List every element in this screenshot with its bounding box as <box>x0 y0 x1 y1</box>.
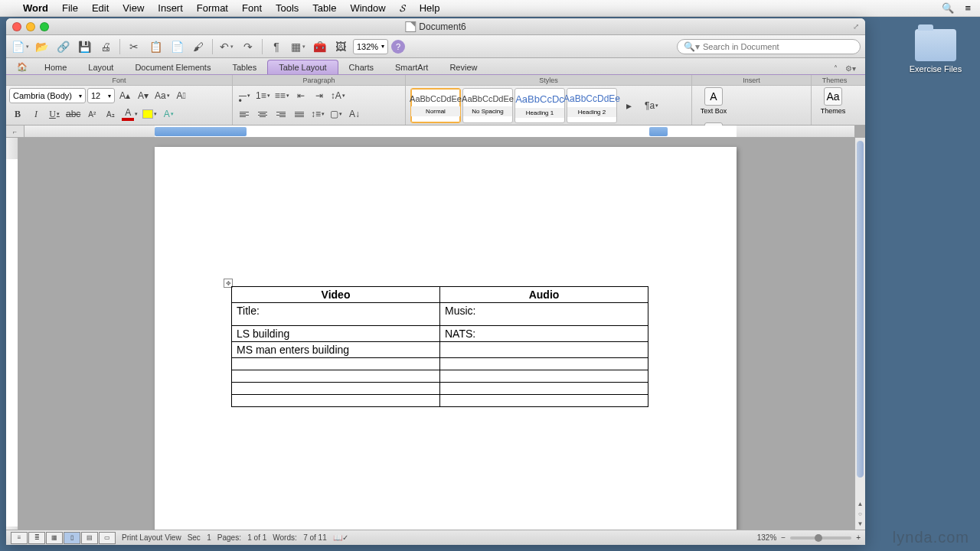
table-header-audio[interactable]: Audio <box>440 287 648 303</box>
collapse-ribbon-icon[interactable]: ˄ <box>828 62 842 74</box>
tab-review[interactable]: Review <box>439 60 488 74</box>
tab-home-icon[interactable]: 🏠 <box>11 60 34 74</box>
show-formatting-button[interactable]: ¶ <box>267 38 286 55</box>
styles-more-button[interactable]: ▸ <box>620 97 637 114</box>
menu-view[interactable]: View <box>122 2 144 14</box>
style-no-spacing[interactable]: AaBbCcDdEe No Spacing <box>462 88 513 123</box>
view-outline-button[interactable]: ≣ <box>28 532 45 544</box>
table-cell[interactable]: NATS: <box>440 326 648 342</box>
menu-format[interactable]: Format <box>197 2 228 14</box>
menu-tools[interactable]: Tools <box>276 2 299 14</box>
decrease-indent-button[interactable]: ⇤ <box>292 87 309 104</box>
tab-smartart[interactable]: SmartArt <box>384 60 439 74</box>
font-size-selector[interactable]: 12 <box>87 88 115 103</box>
line-spacing-button[interactable]: ↕≡ <box>309 106 326 122</box>
multilevel-button[interactable]: ≡≡ <box>273 87 291 104</box>
table-cell[interactable] <box>440 342 648 358</box>
document-page[interactable]: ✥ Video Audio Title:Music: LS buildingNA… <box>155 147 737 530</box>
table-cell[interactable] <box>440 383 648 395</box>
numbering-button[interactable]: 1≡ <box>254 87 272 104</box>
scrollbar-thumb[interactable] <box>857 141 864 478</box>
tab-tables[interactable]: Tables <box>221 60 267 74</box>
spellcheck-icon[interactable]: 📖✓ <box>333 533 348 542</box>
table-cell[interactable] <box>232 395 440 407</box>
ribbon-options-icon[interactable]: ⚙▾ <box>844 62 858 74</box>
change-case-button[interactable]: Aa <box>153 87 172 104</box>
table-cell[interactable]: Title: <box>232 303 440 326</box>
underline-button[interactable]: U <box>46 106 63 122</box>
strikethrough-button[interactable]: abc <box>64 106 82 122</box>
increase-indent-button[interactable]: ⇥ <box>311 87 328 104</box>
fullscreen-icon[interactable]: ⤢ <box>853 22 859 31</box>
shading-button[interactable]: ▢ <box>328 106 345 122</box>
redo-button[interactable]: ↷ <box>239 38 257 55</box>
search-input[interactable] <box>703 42 854 51</box>
table-cell[interactable]: LS building <box>232 326 440 342</box>
table-cell[interactable] <box>440 358 648 370</box>
italic-button[interactable]: I <box>28 106 44 122</box>
save-button[interactable]: 💾 <box>75 38 93 55</box>
print-button[interactable]: 🖨 <box>96 38 115 55</box>
view-print-button[interactable]: ▯ <box>64 532 80 544</box>
bold-button[interactable]: B <box>9 106 26 122</box>
horizontal-ruler[interactable] <box>24 126 854 138</box>
style-normal[interactable]: AaBbCcDdEe Normal <box>410 88 461 123</box>
close-button[interactable] <box>12 22 21 31</box>
font-name-selector[interactable]: Cambria (Body) <box>9 88 86 103</box>
bullets-button[interactable]: • <box>236 87 253 104</box>
subscript-button[interactable]: A₂ <box>102 106 119 122</box>
align-right-button[interactable] <box>273 106 289 122</box>
toolbox-button[interactable]: 🧰 <box>310 38 328 55</box>
scroll-down-icon[interactable]: ▼ <box>857 519 864 528</box>
align-center-button[interactable] <box>254 106 271 122</box>
highlight-button[interactable] <box>141 106 158 122</box>
menu-file[interactable]: File <box>62 2 78 14</box>
app-menu[interactable]: Word <box>23 2 48 14</box>
zoom-button[interactable] <box>40 22 49 31</box>
align-left-button[interactable] <box>236 106 253 122</box>
tab-home[interactable]: Home <box>34 60 77 74</box>
open-url-button[interactable]: 🔗 <box>54 38 72 55</box>
clear-formatting-button[interactable]: A⃠ <box>173 87 190 104</box>
tab-document-elements[interactable]: Document Elements <box>124 60 221 74</box>
new-button[interactable]: 📄 <box>11 38 29 55</box>
cut-button[interactable]: ✂ <box>125 38 143 55</box>
menu-edit[interactable]: Edit <box>92 2 109 14</box>
vertical-ruler[interactable] <box>6 138 18 530</box>
open-button[interactable]: 📂 <box>32 38 51 55</box>
shrink-font-button[interactable]: A▾ <box>135 87 152 104</box>
help-button[interactable]: ? <box>391 40 405 54</box>
menu-font[interactable]: Font <box>242 2 262 14</box>
table-cell[interactable]: Music: <box>440 303 648 326</box>
tab-charts[interactable]: Charts <box>338 60 384 74</box>
search-box[interactable]: 🔍▾ <box>677 39 861 54</box>
sidebar-button[interactable]: ▦ <box>289 38 307 55</box>
table-cell[interactable] <box>232 370 440 383</box>
media-button[interactable]: 🖼 <box>332 38 350 55</box>
table-cell[interactable] <box>232 358 440 370</box>
insert-textbox-button[interactable]: A Text Box <box>695 87 732 115</box>
scroll-up-icon[interactable]: ▲ <box>857 499 864 508</box>
desktop-folder[interactable]: Exercise Files <box>908 29 963 73</box>
tab-table-layout[interactable]: Table Layout <box>267 60 338 74</box>
format-painter-button[interactable]: 🖌 <box>189 38 207 55</box>
styles-pane-button[interactable]: ¶a <box>639 90 665 121</box>
menu-window[interactable]: Window <box>350 2 385 14</box>
copy-button[interactable]: 📋 <box>146 38 165 55</box>
menu-script-icon[interactable]: 𝓢 <box>400 2 406 15</box>
menu-insert[interactable]: Insert <box>158 2 183 14</box>
paste-button[interactable]: 📄 <box>168 38 186 55</box>
themes-button[interactable]: Aa Themes <box>815 87 851 115</box>
table-cell[interactable] <box>440 370 648 383</box>
sort-button[interactable]: A↓ <box>346 106 363 122</box>
menu-table[interactable]: Table <box>312 2 336 14</box>
table-cell[interactable]: MS man enters building <box>232 342 440 358</box>
font-color-button[interactable]: A <box>120 106 139 122</box>
text-effects-button[interactable]: A <box>160 106 177 122</box>
style-heading-2[interactable]: AaBbCcDdEe Heading 2 <box>567 88 617 123</box>
table-cell[interactable] <box>232 383 440 395</box>
tab-selector[interactable]: ⌐ <box>6 126 24 138</box>
zoom-in-button[interactable]: + <box>856 533 861 542</box>
table-header-video[interactable]: Video <box>232 287 440 303</box>
menu-help[interactable]: Help <box>420 2 440 14</box>
